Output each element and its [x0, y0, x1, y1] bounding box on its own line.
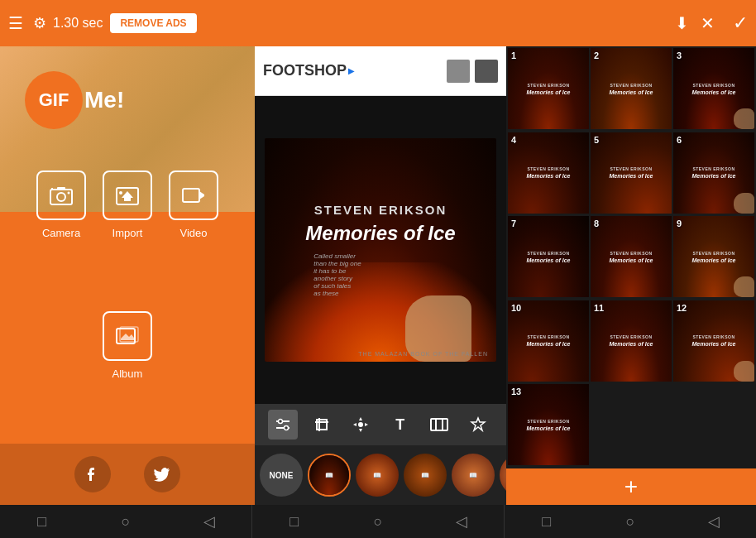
- sticker-tool-button[interactable]: [463, 410, 493, 440]
- filter-02-inner: 📖: [356, 454, 399, 497]
- nav-square-left[interactable]: □: [17, 505, 67, 538]
- thumbnail-6[interactable]: 6STEVEN ERIKSONMemories of Ice: [673, 132, 754, 214]
- filter-01[interactable]: 📖: [308, 454, 351, 497]
- thumb-number-1: 1: [511, 50, 516, 60]
- thumb-book-text-1: STEVEN ERIKSONMemories of Ice: [525, 81, 572, 97]
- import-button[interactable]: Import: [103, 171, 152, 295]
- thumb-author-2: STEVEN ERIKSON: [610, 83, 653, 88]
- thumbnail-10[interactable]: 10STEVEN ERIKSONMemories of Ice: [508, 300, 589, 382]
- thumb-author-8: STEVEN ERIKSON: [610, 251, 653, 256]
- frame-tool-button[interactable]: [424, 410, 454, 440]
- hamburger-icon[interactable]: ☰: [8, 13, 23, 33]
- thumb-bg-4: STEVEN ERIKSONMemories of Ice: [508, 132, 589, 214]
- thumbnail-8[interactable]: 8STEVEN ERIKSONMemories of Ice: [591, 216, 672, 297]
- thumb-bg-8: STEVEN ERIKSONMemories of Ice: [591, 216, 672, 297]
- nav-back-right[interactable]: ◁: [689, 505, 739, 538]
- thumb-author-12: STEVEN ERIKSON: [692, 334, 736, 339]
- nav-square-right[interactable]: □: [522, 505, 572, 538]
- thumb-bg-1: STEVEN ERIKSONMemories of Ice: [508, 48, 589, 129]
- thumbnail-5[interactable]: 5STEVEN ERIKSONMemories of Ice: [591, 132, 672, 214]
- nav-circle-mid[interactable]: ○: [353, 505, 403, 538]
- thumb-author-1: STEVEN ERIKSON: [527, 83, 571, 88]
- thumb-title-3: Memories of Ice: [692, 89, 736, 95]
- filter-none[interactable]: NONE: [260, 454, 303, 497]
- thumbnail-12[interactable]: 12STEVEN ERIKSONMemories of Ice: [673, 300, 754, 382]
- thumb-title-8: Memories of Ice: [610, 257, 653, 263]
- twitter-button[interactable]: [144, 456, 180, 492]
- thumbnail-4[interactable]: 4STEVEN ERIKSONMemories of Ice: [508, 132, 589, 214]
- thumbnail-9[interactable]: 9STEVEN ERIKSONMemories of Ice: [673, 216, 754, 297]
- thumb-title-7: Memories of Ice: [527, 257, 571, 263]
- thumbnail-11[interactable]: 11STEVEN ERIKSONMemories of Ice: [591, 300, 672, 382]
- ad-icons: [447, 60, 498, 83]
- thumb-book-text-7: STEVEN ERIKSONMemories of Ice: [525, 249, 572, 265]
- download-icon[interactable]: ⬇: [675, 13, 689, 33]
- camera-icon: [36, 171, 86, 220]
- filter-05-inner: 📖: [500, 454, 506, 497]
- album-button[interactable]: Album: [103, 311, 152, 435]
- timer-text: 1.30 sec: [53, 16, 103, 31]
- filter-04-inner: 📖: [452, 454, 495, 497]
- thumbnail-1[interactable]: 1STEVEN ERIKSONMemories of Ice: [508, 48, 589, 129]
- top-bar: ☰ ⚙ 1.30 sec REMOVE ADS ⬇ ✕ ✓: [0, 0, 756, 46]
- nav-circle-right[interactable]: ○: [605, 505, 655, 538]
- nav-circle-left[interactable]: ○: [101, 505, 151, 538]
- thumb-author-4: STEVEN ERIKSON: [527, 166, 571, 171]
- thumb-author-9: STEVEN ERIKSON: [692, 251, 736, 256]
- nav-square-mid[interactable]: □: [270, 505, 319, 538]
- filter-02[interactable]: 📖: [356, 454, 399, 497]
- motion-tool-button[interactable]: [346, 410, 376, 440]
- thumb-book-text-13: STEVEN ERIKSONMemories of Ice: [525, 417, 572, 433]
- thumb-number-4: 4: [511, 135, 516, 145]
- thumbnail-2[interactable]: 2STEVEN ERIKSONMemories of Ice: [591, 48, 672, 129]
- toolbar-row: T: [255, 404, 506, 445]
- thumb-book-text-9: STEVEN ERIKSONMemories of Ice: [691, 249, 738, 265]
- svg-rect-7: [124, 196, 131, 201]
- thumb-book-text-12: STEVEN ERIKSONMemories of Ice: [691, 333, 738, 348]
- video-button[interactable]: Video: [169, 171, 218, 295]
- thumb-number-13: 13: [511, 387, 521, 396]
- camera-button[interactable]: Camera: [36, 171, 86, 295]
- ad-icon-2: [475, 60, 498, 83]
- nav-back-mid[interactable]: ◁: [437, 505, 486, 538]
- thumb-title-13: Memories of Ice: [527, 425, 571, 431]
- thumbnail-7[interactable]: 7STEVEN ERIKSONMemories of Ice: [508, 216, 589, 297]
- thumb-book-text-4: STEVEN ERIKSONMemories of Ice: [525, 165, 572, 180]
- check-icon[interactable]: ✓: [733, 12, 748, 34]
- text-tool-button[interactable]: T: [385, 410, 415, 440]
- filter-03[interactable]: 📖: [404, 454, 447, 497]
- thumbnails-grid: 1STEVEN ERIKSONMemories of Ice2STEVEN ER…: [506, 46, 756, 468]
- thumb-author-10: STEVEN ERIKSON: [527, 334, 571, 339]
- album-icon: [103, 311, 152, 361]
- filter-01-inner: 📖: [309, 455, 349, 495]
- bottom-nav-bar: □ ○ ◁ □ ○ ◁ □ ○ ◁: [0, 505, 756, 538]
- thumb-bg-5: STEVEN ERIKSONMemories of Ice: [591, 132, 672, 214]
- adjust-tool-button[interactable]: [268, 410, 298, 440]
- thumb-book-text-2: STEVEN ERIKSONMemories of Ice: [608, 81, 655, 97]
- crop-tool-button[interactable]: [307, 410, 337, 440]
- gear-icon[interactable]: ⚙: [33, 14, 46, 32]
- add-button[interactable]: +: [624, 473, 638, 500]
- svg-point-16: [278, 420, 282, 424]
- thumb-title-12: Memories of Ice: [692, 341, 736, 347]
- thumb-title-1: Memories of Ice: [527, 89, 571, 95]
- middle-panel: FOOTSHOP ▶ STEVEN ERIKSON Memories of Ic…: [255, 46, 506, 505]
- thumb-author-11: STEVEN ERIKSON: [610, 334, 653, 339]
- video-icon: [169, 171, 218, 220]
- top-bar-center: 1.30 sec REMOVE ADS: [46, 13, 675, 33]
- filter-05-thumb: 📖: [500, 454, 506, 497]
- thumb-hand-9: [734, 276, 754, 297]
- thumb-book-text-10: STEVEN ERIKSONMemories of Ice: [525, 333, 572, 348]
- filter-04[interactable]: 📖: [452, 454, 495, 497]
- filter-05[interactable]: 📖: [500, 454, 506, 497]
- thumb-number-3: 3: [677, 50, 682, 60]
- svg-point-1: [57, 193, 65, 201]
- remove-ads-button[interactable]: REMOVE ADS: [110, 13, 196, 33]
- thumbnail-3[interactable]: 3STEVEN ERIKSONMemories of Ice: [673, 48, 754, 129]
- filter-03-inner: 📖: [404, 454, 447, 497]
- facebook-button[interactable]: [74, 456, 111, 492]
- close-icon[interactable]: ✕: [701, 13, 715, 33]
- thumbnail-13[interactable]: 13STEVEN ERIKSONMemories of Ice: [508, 384, 589, 465]
- thumb-author-7: STEVEN ERIKSON: [527, 251, 571, 256]
- nav-back-left[interactable]: ◁: [184, 505, 234, 538]
